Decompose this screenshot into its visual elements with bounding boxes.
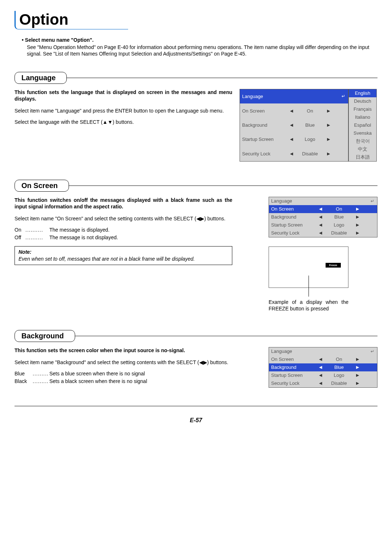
freeze-caption: Example of a display when the FREEZE but…: [269, 299, 348, 312]
background-desc: This function sets the screen color when…: [15, 347, 232, 354]
onscreen-p1: Select item name "On Screen" and select …: [15, 215, 232, 222]
freeze-example: Freeze Example of a display when the FRE…: [269, 247, 348, 312]
background-options: BlueSets a blue screen when there is no …: [15, 370, 232, 385]
intro-bullet: • Select menu name "Option".: [22, 37, 377, 43]
freeze-label: Freeze: [326, 263, 341, 268]
bottom-rule: [15, 406, 377, 406]
freeze-pointer: [309, 276, 309, 297]
note-box: Note: Even when set to off, messages tha…: [15, 246, 232, 265]
divider: [66, 78, 377, 78]
section-header-onscreen: On Screen: [15, 180, 69, 192]
intro-text: See "Menu Operation Method" on Page E-40…: [27, 44, 377, 57]
section-header-background: Background: [15, 330, 75, 342]
onscreen-options: OnThe message is displayed. OffThe messa…: [15, 227, 232, 241]
language-menu: Language↵ On Screen◀On▶ Background◀Blue▶…: [240, 89, 348, 162]
section-header-language: Language: [15, 72, 67, 84]
background-menu: Language↵ On Screen◀On▶ Background◀Blue▶…: [269, 347, 377, 388]
onscreen-desc: This function switches on/off the messag…: [15, 197, 232, 211]
divider: [75, 336, 377, 336]
language-p2: Select the language with the SELECT (▲▼)…: [15, 119, 232, 126]
language-list: English Deutsch Français Italiano Españo…: [348, 89, 377, 162]
language-desc: This function sets the language that is …: [15, 89, 232, 103]
divider: [69, 186, 377, 186]
onscreen-menu: Language↵ On Screen◀On▶ Background◀Blue▶…: [269, 197, 377, 237]
page-title: Option: [19, 11, 128, 28]
page-number: E-57: [15, 417, 377, 424]
background-p1: Select item name "Background" and select…: [15, 359, 232, 366]
language-p1: Select item name "Language" and press th…: [15, 107, 232, 114]
